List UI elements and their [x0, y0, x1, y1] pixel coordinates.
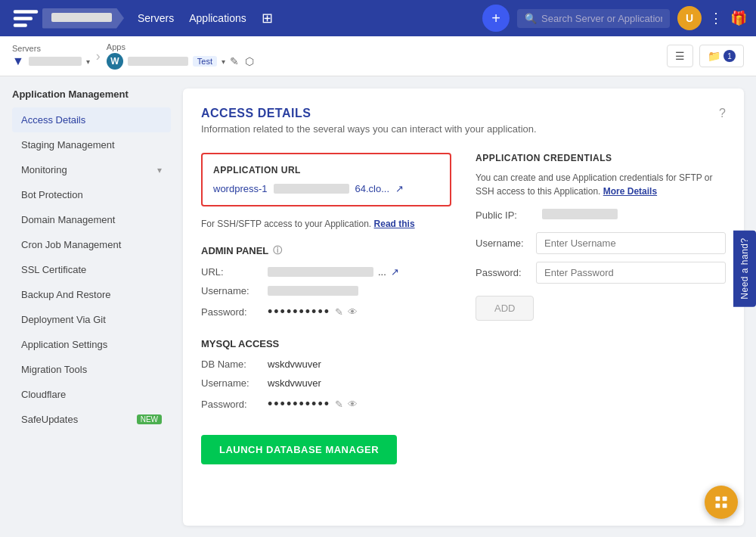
admin-username-label: Username:: [201, 285, 262, 296]
admin-username-value: [268, 286, 358, 296]
sidebar-item-application-settings[interactable]: Application Settings: [12, 332, 171, 357]
search-bar[interactable]: 🔍: [517, 9, 670, 28]
top-navigation: Servers Applications ⊞ + 🔍 U ⋮ 🎁: [0, 0, 756, 36]
sidebar-item-cron-job-management[interactable]: Cron Job Management: [12, 232, 171, 257]
app-action-icons: ✎ ⬡: [230, 55, 254, 67]
fab-button[interactable]: [705, 486, 738, 519]
nav-divider: ›: [96, 48, 101, 64]
mysql-password-row: Password: •••••••••• ✎ 👁: [201, 396, 451, 412]
help-icon[interactable]: ?: [719, 107, 726, 120]
svg-rect-3: [716, 497, 720, 501]
sidebar-item-deployment-via-git[interactable]: Deployment Via Git: [12, 307, 171, 332]
add-button[interactable]: +: [482, 5, 510, 32]
server-selector[interactable]: ▼ ▾: [12, 54, 90, 68]
sidebar-item-monitoring[interactable]: Monitoring ▾: [12, 157, 171, 182]
sidebar-item-label: Domain Management: [21, 214, 115, 225]
app-url-title: APPLICATION URL: [213, 165, 439, 175]
admin-url-external-icon[interactable]: ↗: [391, 266, 399, 278]
public-ip-row: Public IP:: [476, 209, 726, 222]
show-password-icon[interactable]: 👁: [348, 306, 358, 318]
files-badge: 1: [723, 50, 736, 62]
admin-password-label: Password:: [201, 306, 262, 318]
credentials-username-input[interactable]: [536, 232, 726, 254]
app-url-value: wordpress-1 64.clo... ↗: [213, 183, 439, 194]
apps-section: Apps W Test ▾ ✎ ⬡: [107, 42, 254, 70]
admin-url-label: URL:: [201, 266, 262, 278]
wordpress-icon: W: [107, 53, 123, 70]
edit-password-icon[interactable]: ✎: [335, 306, 343, 318]
url-external-link-icon[interactable]: ↗: [395, 183, 404, 194]
admin-password-icons: ✎ 👁: [335, 306, 358, 318]
breadcrumb-server[interactable]: [42, 8, 124, 29]
section-description: Information related to the several ways …: [201, 123, 726, 135]
edit-icon[interactable]: ✎: [230, 55, 239, 67]
admin-username-row: Username:: [201, 285, 451, 296]
credentials-password-input[interactable]: [536, 262, 726, 284]
avatar[interactable]: U: [677, 6, 702, 30]
fab-grid-icon: [714, 495, 729, 510]
credentials-username-row: Username:: [476, 232, 726, 254]
sidebar-item-label: Migration Tools: [21, 364, 87, 375]
launch-database-manager-button[interactable]: LAUNCH DATABASE MANAGER: [201, 435, 397, 464]
sidebar-item-label: Monitoring: [21, 164, 67, 175]
logo[interactable]: [9, 2, 42, 35]
credentials-password-label: Password:: [476, 267, 530, 278]
folder-icon: 📁: [708, 50, 720, 62]
nav-applications-link[interactable]: Applications: [189, 12, 246, 24]
left-column: APPLICATION URL wordpress-1 64.clo... ↗ …: [201, 153, 451, 464]
sidebar-item-label: Application Settings: [21, 339, 107, 350]
list-view-button[interactable]: ☰: [667, 45, 693, 67]
sidebar-item-staging-management[interactable]: Staging Management: [12, 132, 171, 157]
admin-url-truncated: ...: [378, 266, 386, 278]
sidebar-item-ssl-certificate[interactable]: SSL Certificate: [12, 257, 171, 282]
admin-username-blurred: [268, 286, 358, 296]
admin-panel-section: ADMIN PANEL ⓘ URL: ... ↗ Username:: [201, 244, 451, 320]
nav-links: Servers Applications ⊞: [138, 10, 273, 26]
ssh-sftp-text: For SSH/SFTP access to your Application.…: [201, 219, 451, 229]
sidebar-item-backup-and-restore[interactable]: Backup And Restore: [12, 282, 171, 307]
main-content: Application Management Access Details St…: [0, 76, 756, 537]
nav-right: + 🔍 U ⋮ 🎁: [482, 5, 747, 32]
mysql-username-value: wskdvwuver: [268, 377, 321, 389]
credentials-title: APPLICATION CREDENTIALS: [476, 153, 726, 163]
sidebar-item-domain-management[interactable]: Domain Management: [12, 207, 171, 232]
gift-icon[interactable]: 🎁: [730, 10, 747, 26]
files-button[interactable]: 📁 1: [699, 45, 744, 67]
vultr-icon: ▼: [12, 54, 24, 68]
mysql-dbname-label: DB Name:: [201, 359, 262, 370]
mysql-password-icons: ✎ 👁: [335, 399, 358, 410]
sidebar-item-bot-protection[interactable]: Bot Protection: [12, 182, 171, 207]
apps-label: Apps: [107, 42, 254, 51]
app-dropdown-icon[interactable]: ▾: [222, 57, 225, 66]
svg-rect-4: [723, 497, 727, 501]
read-this-link[interactable]: Read this: [374, 219, 415, 229]
mysql-title: MYSQL ACCESS: [201, 338, 451, 349]
nav-grid-icon[interactable]: ⊞: [262, 10, 273, 26]
more-details-link[interactable]: More Details: [603, 186, 657, 197]
server-dropdown-icon[interactable]: ▾: [86, 57, 90, 66]
admin-panel-info-icon[interactable]: ⓘ: [273, 244, 282, 257]
add-credentials-button[interactable]: ADD: [476, 296, 534, 321]
search-input[interactable]: [541, 13, 662, 24]
sub-nav-right-actions: ☰ 📁 1: [667, 45, 744, 67]
app-tag: Test: [193, 56, 217, 67]
more-options-icon[interactable]: ⋮: [709, 10, 723, 26]
sidebar-item-safeupdates[interactable]: SafeUpdates NEW: [12, 407, 171, 432]
nav-servers-link[interactable]: Servers: [138, 12, 174, 24]
sidebar-item-migration-tools[interactable]: Migration Tools: [12, 357, 171, 382]
sidebar-title: Application Management: [12, 88, 171, 100]
external-link-icon[interactable]: ⬡: [245, 55, 254, 67]
svg-rect-5: [716, 504, 720, 508]
sidebar: Application Management Access Details St…: [12, 88, 171, 526]
admin-password-value: •••••••••• ✎ 👁: [268, 304, 358, 320]
need-a-hand-label[interactable]: Need a hand?: [733, 230, 756, 306]
app-selector[interactable]: W Test ▾ ✎ ⬡: [107, 53, 254, 70]
sidebar-item-cloudflare[interactable]: Cloudflare: [12, 382, 171, 407]
edit-mysql-password-icon[interactable]: ✎: [335, 399, 343, 410]
show-mysql-password-icon[interactable]: 👁: [348, 399, 358, 410]
sidebar-item-access-details[interactable]: Access Details: [12, 107, 171, 132]
need-a-hand-panel[interactable]: Need a hand?: [733, 230, 756, 306]
mysql-dbname-value: wskdvwuver: [268, 359, 321, 370]
servers-section: Servers ▼ ▾: [12, 44, 90, 68]
credentials-username-label: Username:: [476, 237, 530, 249]
